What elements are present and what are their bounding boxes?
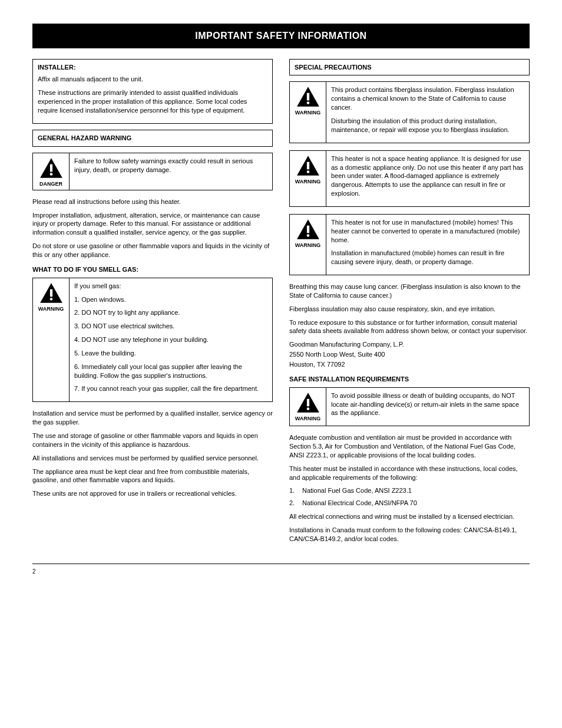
- mobile-home-icon-cell: WARNING: [290, 215, 326, 275]
- codes-item-1-text: National Fuel Gas Code, ANSI Z223.1: [302, 486, 412, 495]
- space-heater-warning-label: WARNING: [295, 178, 321, 185]
- warning-triangle-icon: [39, 157, 64, 179]
- right-p5: All electrical connections and wiring mu…: [289, 512, 530, 521]
- smell-gas-warning-box: WARNING If you smell gas: 1. Open window…: [32, 278, 273, 403]
- return-air-icon-cell: WARNING: [290, 388, 326, 426]
- left-p7: The appliance area must be kept clear an…: [32, 467, 273, 485]
- smell-gas-lead: If you smell gas:: [74, 282, 267, 291]
- installer-line-2: These instructions are primarily intende…: [38, 88, 267, 115]
- left-p4: Installation and service must be perform…: [32, 409, 273, 427]
- fiberglass-warning-box: WARNING This product contains fiberglass…: [289, 81, 530, 143]
- svg-rect-8: [306, 226, 309, 233]
- danger-label: DANGER: [39, 180, 62, 187]
- installer-heading: INSTALLER:: [38, 63, 267, 72]
- address-line-1: Goodman Manufacturing Company, L.P.: [289, 340, 530, 349]
- smell-gas-b4: 4. DO NOT use any telephone in your buil…: [74, 335, 267, 344]
- mobile-home-warning-text: This heater is not for use in manufactur…: [326, 215, 529, 275]
- address-line-3: Houston, TX 77092: [289, 360, 530, 369]
- smell-gas-heading: WHAT TO DO IF YOU SMELL GAS:: [32, 265, 273, 274]
- fiberglass-body-2: Disturbing the insulation of this produc…: [331, 117, 524, 134]
- mobile-home-body-2: Installation in manufactured (mobile) ho…: [331, 249, 524, 266]
- codes-item-1: 1.National Fuel Gas Code, ANSI Z223.1: [289, 486, 530, 495]
- warning-triangle-icon: [296, 218, 320, 241]
- svg-point-7: [306, 170, 309, 173]
- space-heater-body: This heater is not a space heating appli…: [331, 154, 524, 198]
- left-p1: Please read all instructions before usin…: [32, 197, 273, 206]
- smell-gas-warning-text: If you smell gas: 1. Open windows. 2. DO…: [70, 278, 272, 402]
- warning-triangle-icon: [296, 85, 320, 108]
- right-column: SPECIAL PRECAUTIONS WARNING This product…: [289, 59, 530, 548]
- svg-point-3: [49, 298, 52, 301]
- svg-point-1: [49, 173, 52, 176]
- smell-gas-b7: 7. If you cannot reach your gas supplier…: [74, 384, 267, 393]
- svg-point-11: [306, 407, 309, 410]
- space-heater-icon-cell: WARNING: [290, 151, 326, 206]
- mobile-home-body-1: This heater is not for use in manufactur…: [331, 218, 524, 245]
- danger-body: Failure to follow safety warnings exactl…: [74, 157, 267, 174]
- smell-gas-b2: 2. DO NOT try to light any appliance.: [74, 308, 267, 317]
- smell-gas-b1: 1. Open windows.: [74, 295, 267, 304]
- fiberglass-warning-text: This product contains fiberglass insulat…: [326, 82, 529, 142]
- svg-point-5: [306, 102, 309, 105]
- fiberglass-body-1: This product contains fiberglass insulat…: [331, 85, 524, 112]
- left-p8: These units are not approved for use in …: [32, 489, 273, 498]
- mobile-home-warning-box: WARNING This heater is not for use in ma…: [289, 214, 530, 275]
- exposure-info: To reduce exposure to this substance or …: [289, 318, 530, 336]
- smell-gas-warning-label: WARNING: [38, 305, 64, 312]
- smell-gas-icon-cell: WARNING: [33, 278, 70, 402]
- installer-line-1: Affix all manuals adjacent to the unit.: [38, 75, 267, 84]
- title-bar: IMPORTANT SAFETY INFORMATION: [32, 24, 530, 48]
- left-column: INSTALLER: Affix all manuals adjacent to…: [32, 59, 273, 548]
- installer-box: INSTALLER: Affix all manuals adjacent to…: [32, 59, 273, 124]
- svg-rect-0: [49, 164, 52, 172]
- smell-gas-b3: 3. DO NOT use electrical switches.: [74, 322, 267, 331]
- left-p2: Improper installation, adjustment, alter…: [32, 211, 273, 238]
- warning-triangle-icon: [296, 391, 320, 414]
- space-heater-warning-box: WARNING This heater is not a space heati…: [289, 150, 530, 207]
- return-air-warning-box: WARNING To avoid possible illness or dea…: [289, 387, 530, 427]
- footer-rule: [32, 564, 530, 564]
- page-number: 2: [32, 568, 36, 576]
- special-precautions-box: SPECIAL PRECAUTIONS: [289, 59, 530, 76]
- special-precautions-heading: SPECIAL PRECAUTIONS: [295, 64, 372, 71]
- smell-gas-b6: 6. Immediately call your local gas suppl…: [74, 363, 267, 380]
- fiberglass-warning-label: WARNING: [295, 109, 321, 116]
- smell-gas-b5: 5. Leave the building.: [74, 349, 267, 358]
- general-hazard-box: GENERAL HAZARD WARNING: [32, 130, 273, 147]
- danger-box: DANGER Failure to follow safety warnings…: [32, 153, 273, 190]
- safe-install-heading: SAFE INSTALLATION REQUIREMENTS: [289, 375, 530, 384]
- svg-rect-2: [49, 289, 52, 297]
- fiberglass-icon-cell: WARNING: [290, 82, 326, 142]
- right-p3: Adequate combustion and ventilation air …: [289, 433, 530, 460]
- left-p5: The use and storage of gasoline or other…: [32, 431, 273, 449]
- return-air-warning-text: To avoid possible illness or death of bu…: [326, 388, 529, 426]
- left-p6: All installations and services must be p…: [32, 454, 273, 463]
- right-p1: Breathing this may cause lung cancer. (F…: [289, 282, 530, 300]
- danger-icon-cell: DANGER: [33, 153, 70, 190]
- codes-list: 1.National Fuel Gas Code, ANSI Z223.1 2.…: [289, 486, 530, 508]
- svg-point-9: [306, 234, 309, 237]
- right-p6: Installations in Canada must conform to …: [289, 526, 530, 543]
- svg-rect-6: [306, 162, 309, 169]
- svg-rect-4: [306, 93, 309, 101]
- mobile-home-warning-label: WARNING: [295, 242, 321, 249]
- return-air-body: To avoid possible illness or death of bu…: [331, 391, 524, 418]
- footer: 2: [32, 568, 530, 576]
- space-heater-warning-text: This heater is not a space heating appli…: [326, 151, 529, 206]
- return-air-warning-label: WARNING: [295, 415, 321, 422]
- danger-text: Failure to follow safety warnings exactl…: [70, 153, 272, 190]
- warning-triangle-icon: [296, 154, 320, 177]
- address-line-2: 2550 North Loop West, Suite 400: [289, 350, 530, 359]
- svg-rect-10: [306, 398, 309, 406]
- right-p4: This heater must be installed in accorda…: [289, 465, 530, 482]
- right-p2: Fiberglass insulation may also cause res…: [289, 305, 530, 314]
- codes-item-2-text: National Electrical Code, ANSI/NFPA 70: [302, 499, 417, 508]
- two-column-layout: INSTALLER: Affix all manuals adjacent to…: [32, 59, 530, 548]
- codes-item-2: 2.National Electrical Code, ANSI/NFPA 70: [289, 499, 530, 508]
- general-hazard-heading: GENERAL HAZARD WARNING: [38, 134, 131, 141]
- left-p3: Do not store or use gasoline or other fl…: [32, 242, 273, 259]
- warning-triangle-icon: [39, 282, 64, 304]
